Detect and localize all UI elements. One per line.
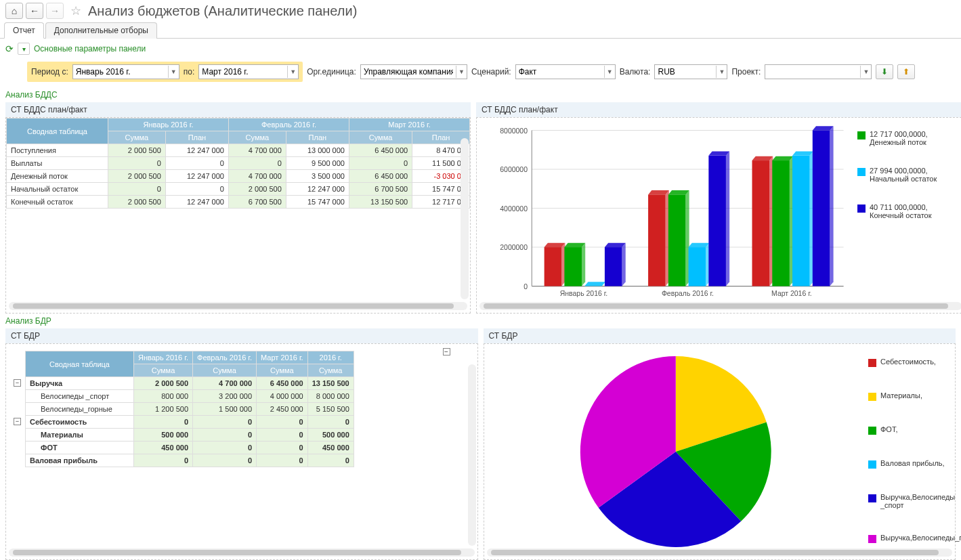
- table-row[interactable]: Велосипеды_горные1 200 5001 500 0002 450…: [26, 403, 354, 416]
- tree-toggle-icon[interactable]: −: [14, 379, 21, 387]
- home-button[interactable]: ⌂: [5, 3, 23, 19]
- cell-value: 2 450 000: [257, 403, 308, 416]
- table-row[interactable]: Материалы500 00000500 000: [26, 429, 354, 441]
- scenario-label: Сценарий:: [471, 67, 511, 77]
- pivot-header-2: Сводная таблица: [26, 351, 134, 377]
- cell-value: 0: [307, 416, 354, 429]
- project-dropdown-icon[interactable]: ▼: [860, 66, 871, 78]
- chart-h-scrollbar[interactable]: [479, 302, 961, 310]
- cell-value: 0: [228, 157, 286, 170]
- back-button[interactable]: ←: [26, 3, 43, 19]
- row-label: Валовая прибыль: [26, 454, 134, 467]
- svg-marker-17: [582, 243, 585, 286]
- load-settings-button[interactable]: ⬆: [897, 64, 915, 79]
- tab-extra-filters[interactable]: Дополнительные отборы: [45, 22, 157, 39]
- row-label: −Выручка: [26, 377, 134, 390]
- table-row[interactable]: Валовая прибыль0000: [26, 454, 354, 467]
- cell-value: 3 500 000: [286, 170, 349, 183]
- cell-value: 1 500 000: [193, 403, 257, 416]
- legend-swatch: [868, 535, 876, 543]
- cell-value: 6 700 500: [228, 196, 286, 209]
- scenario-dropdown-icon[interactable]: ▼: [604, 66, 615, 78]
- cell-value: 0: [108, 157, 166, 170]
- scenario-field[interactable]: ▼: [515, 64, 616, 79]
- svg-marker-39: [752, 156, 773, 160]
- currency-input[interactable]: [655, 66, 716, 78]
- table-row[interactable]: Конечный остаток2 000 50012 247 0006 700…: [7, 196, 470, 209]
- svg-text:4000000: 4000000: [500, 205, 528, 213]
- legend-label: ФОТ,: [880, 425, 897, 433]
- svg-marker-45: [792, 152, 813, 156]
- forward-button[interactable]: →: [46, 3, 64, 19]
- tree-toggle-icon[interactable]: −: [14, 418, 21, 425]
- org-unit-dropdown-icon[interactable]: ▼: [456, 66, 467, 78]
- org-unit-input[interactable]: [361, 66, 456, 78]
- cell-value: 800 000: [134, 390, 193, 403]
- params-row: Период с: ▼ по: ▼ Орг.единица: ▼ Сценари…: [0, 59, 961, 87]
- period-from-field[interactable]: ▼: [72, 64, 179, 79]
- cell-value: 450 000: [307, 441, 354, 454]
- bdr-table[interactable]: Сводная таблица Январь 2016 г. Февраль 2…: [25, 351, 354, 467]
- cell-value: 0: [134, 416, 193, 429]
- collapse-all-toggle[interactable]: −: [443, 348, 450, 356]
- cell-value: 0: [193, 429, 257, 441]
- org-unit-field[interactable]: ▼: [360, 64, 467, 79]
- table-row[interactable]: Денежный поток2 000 50012 247 0004 700 0…: [7, 170, 470, 183]
- svg-marker-26: [648, 190, 669, 194]
- legend-label: Валовая прибыль,: [880, 459, 945, 467]
- svg-rect-31: [689, 247, 706, 286]
- save-settings-button[interactable]: ⬇: [876, 64, 893, 79]
- params-collapse-toggle[interactable]: ▾: [18, 43, 30, 55]
- period-to-input[interactable]: [199, 66, 287, 78]
- table-row[interactable]: Начальный остаток002 000 50012 247 0006 …: [7, 183, 470, 196]
- table-row[interactable]: −Выручка2 000 5004 700 0006 450 00013 15…: [26, 377, 354, 390]
- table-row[interactable]: Выплаты0009 500 000011 500 00: [7, 157, 470, 170]
- period-from-input[interactable]: [73, 66, 168, 78]
- cell-value: 500 000: [307, 429, 354, 441]
- project-field[interactable]: ▼: [765, 64, 872, 79]
- legend-label: Выручка,Велосипеды_горные: [880, 534, 961, 542]
- cell-value: 12 247 000: [165, 196, 228, 209]
- cell-value: 8 000 000: [307, 390, 354, 403]
- favorite-star-icon[interactable]: ☆: [70, 3, 81, 18]
- table1-title: СТ БДДС план/факт: [5, 102, 471, 117]
- cell-value: 13 150 500: [307, 377, 354, 390]
- period-from-dropdown-icon[interactable]: ▼: [168, 66, 179, 78]
- svg-rect-15: [564, 247, 582, 286]
- row-label: Начальный остаток: [7, 183, 108, 196]
- forward-arrow-icon: →: [50, 5, 60, 16]
- cell-value: 0: [257, 454, 308, 467]
- params-header: ⟳ ▾ Основные параметры панели: [0, 39, 961, 59]
- vertical-scrollbar-2[interactable]: [468, 364, 476, 546]
- refresh-icon[interactable]: ⟳: [5, 43, 14, 54]
- legend-item: Себестоимость,: [868, 358, 949, 367]
- tab-report[interactable]: Отчет: [4, 22, 44, 39]
- period-to-field[interactable]: ▼: [198, 64, 299, 79]
- horizontal-scrollbar[interactable]: [9, 302, 467, 310]
- horizontal-scrollbar-2[interactable]: [9, 548, 475, 557]
- table-row[interactable]: Велосипеды _спорт800 0003 200 0004 000 0…: [26, 390, 354, 403]
- table-row[interactable]: Поступления2 000 50012 247 0004 700 0001…: [7, 144, 470, 157]
- cell-value: 5 150 500: [307, 403, 354, 416]
- params-link[interactable]: Основные параметры панели: [34, 44, 146, 53]
- currency-dropdown-icon[interactable]: ▼: [716, 66, 727, 78]
- legend-swatch: [868, 494, 876, 502]
- legend-label: 27 994 000,0000, Начальный остаток: [870, 167, 959, 183]
- pie-h-scrollbar[interactable]: [487, 548, 953, 557]
- currency-field[interactable]: ▼: [654, 64, 727, 79]
- project-input[interactable]: [765, 66, 860, 78]
- cell-value: 4 700 000: [228, 144, 286, 157]
- pivot-header: Сводная таблица: [7, 119, 108, 144]
- bdds-table[interactable]: Сводная таблица Январь 2016 г. Февраль 2…: [6, 118, 470, 209]
- vertical-scrollbar[interactable]: [461, 138, 469, 299]
- row-label: ФОТ: [26, 441, 134, 454]
- svg-rect-28: [668, 194, 686, 286]
- table-row[interactable]: −Себестоимость0000: [26, 416, 354, 429]
- cell-value: 4 700 000: [228, 170, 286, 183]
- table-row[interactable]: ФОТ450 00000450 000: [26, 441, 354, 454]
- month2-1: Февраль 2016 г.: [193, 351, 257, 364]
- period-to-dropdown-icon[interactable]: ▼: [287, 66, 298, 78]
- scenario-input[interactable]: [516, 66, 604, 78]
- pie-title: СТ БДР: [484, 328, 956, 343]
- subcol: Сумма: [228, 131, 286, 144]
